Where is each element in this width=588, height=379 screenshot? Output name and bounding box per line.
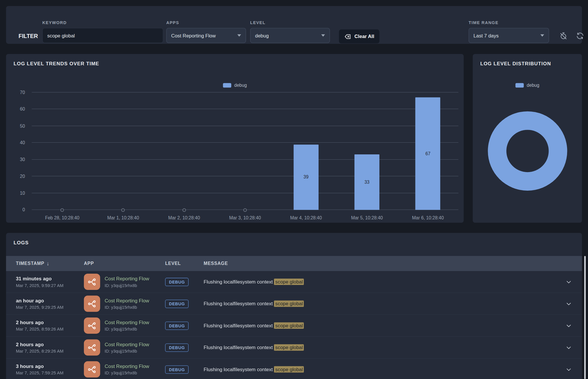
bar-value-label: 39 xyxy=(304,174,309,180)
trends-title: LOG LEVEL TRENDS OVER TIME xyxy=(14,61,99,66)
app-link[interactable]: Cost Reporting Flow xyxy=(105,320,149,326)
logs-table-header: TIMESTAMP ↓ APP LEVEL MESSAGE xyxy=(6,256,582,271)
level-badge: DEBUG xyxy=(165,322,189,330)
bar-slot: 67 xyxy=(397,93,458,210)
time-range-group: TIME RANGE Last 7 days xyxy=(469,20,549,43)
column-label: TIMESTAMP xyxy=(16,261,44,266)
legend-swatch xyxy=(223,83,231,88)
column-header-app[interactable]: APP xyxy=(84,261,165,266)
chevron-down-icon xyxy=(566,323,572,329)
level-badge: DEBUG xyxy=(165,278,189,286)
x-tick-label: Mar 6, 10:28:40 xyxy=(397,215,458,220)
refresh-button[interactable] xyxy=(575,31,585,41)
expand-row-button[interactable] xyxy=(555,323,582,329)
app-link[interactable]: Cost Reporting Flow xyxy=(105,276,149,282)
message-highlight: scope global xyxy=(274,366,304,373)
column-header-timestamp[interactable]: TIMESTAMP ↓ xyxy=(16,261,84,267)
time-range-select[interactable]: Last 7 days xyxy=(469,28,549,43)
column-header-message[interactable]: MESSAGE xyxy=(204,261,555,266)
x-tick-label: Mar 3, 10:28:40 xyxy=(215,215,276,220)
app-link[interactable]: Cost Reporting Flow xyxy=(105,342,149,347)
app-cell: Cost Reporting Flow ID: y3qujj15rhx8b xyxy=(84,339,165,355)
app-cell: Cost Reporting Flow ID: y3qujj15rhx8b xyxy=(84,317,165,334)
bar-slot xyxy=(154,93,215,210)
bar[interactable]: 39 xyxy=(293,145,318,210)
bar[interactable]: 33 xyxy=(354,155,379,210)
timestamp-cell: 2 hours ago Mar 7, 2025, 8:59:26 AM xyxy=(16,320,84,331)
time-range-select-value: Last 7 days xyxy=(474,33,499,39)
level-select-value: debug xyxy=(255,33,269,39)
absolute-time: Mar 7, 2025, 7:59:25 AM xyxy=(16,371,84,375)
logs-table-body: 31 minutes ago Mar 7, 2025, 9:59:27 AM C… xyxy=(6,271,582,379)
table-row[interactable]: an hour ago Mar 7, 2025, 9:29:25 AM Cost… xyxy=(6,293,582,315)
chevron-down-icon xyxy=(321,34,325,37)
expand-row-button[interactable] xyxy=(555,279,582,285)
column-label: LEVEL xyxy=(165,261,181,266)
message-highlight: scope global xyxy=(274,300,304,307)
distribution-legend[interactable]: debug xyxy=(473,83,582,88)
app-id: ID: y3qujj15rhx8b xyxy=(105,327,149,331)
timer-off-icon xyxy=(559,32,568,40)
timestamp-cell: 31 minutes ago Mar 7, 2025, 9:59:27 AM xyxy=(16,276,84,288)
app-info: Cost Reporting Flow ID: y3qujj15rhx8b xyxy=(105,320,149,331)
app-flow-icon xyxy=(84,274,100,290)
absolute-time: Mar 7, 2025, 8:59:26 AM xyxy=(16,327,84,331)
bar[interactable]: 67 xyxy=(415,98,440,210)
table-row[interactable]: 2 hours ago Mar 7, 2025, 8:59:26 AM Cost… xyxy=(6,315,582,337)
x-tick-label: Mar 4, 10:28:40 xyxy=(275,215,336,220)
message-text: Flushing localfilesystem context xyxy=(204,367,274,372)
expand-row-button[interactable] xyxy=(555,344,582,351)
app-flow-icon xyxy=(84,296,100,312)
absolute-time: Mar 7, 2025, 8:29:26 AM xyxy=(16,349,84,353)
keyword-label: KEYWORD xyxy=(42,20,163,25)
message-highlight: scope global xyxy=(274,344,304,351)
message-highlight: scope global xyxy=(274,322,304,329)
absolute-time: Mar 7, 2025, 9:59:27 AM xyxy=(16,283,84,288)
clear-all-button[interactable]: Clear All xyxy=(339,29,380,43)
apps-select[interactable]: Cost Reporting Flow xyxy=(166,28,246,43)
relative-time: 2 hours ago xyxy=(16,320,84,326)
column-header-level[interactable]: LEVEL xyxy=(165,261,204,266)
table-row[interactable]: 31 minutes ago Mar 7, 2025, 9:59:27 AM C… xyxy=(6,271,582,293)
app-info: Cost Reporting Flow ID: y3qujj15rhx8b xyxy=(105,364,149,375)
message-cell: Flushing localfilesystem context scope g… xyxy=(204,367,555,372)
apps-group: APPS Cost Reporting Flow xyxy=(166,20,246,43)
log-trends-card: LOG LEVEL TRENDS OVER TIME debug 0102030… xyxy=(6,54,464,223)
timestamp-cell: 3 hours ago Mar 7, 2025, 7:59:25 AM xyxy=(16,364,84,375)
chevron-down-icon xyxy=(566,366,572,372)
app-link[interactable]: Cost Reporting Flow xyxy=(105,298,149,304)
column-label: APP xyxy=(84,261,94,266)
apps-label: APPS xyxy=(166,20,246,25)
app-info: Cost Reporting Flow ID: y3qujj15rhx8b xyxy=(105,276,149,288)
app-info: Cost Reporting Flow ID: y3qujj15rhx8b xyxy=(105,342,149,353)
keyword-input[interactable] xyxy=(42,28,163,43)
trends-legend[interactable]: debug xyxy=(6,83,464,88)
app-flow-icon xyxy=(84,361,100,378)
app-id: ID: y3qujj15rhx8b xyxy=(105,283,149,288)
y-tick-label: 40 xyxy=(20,140,25,145)
message-text: Flushing localfilesystem context xyxy=(204,301,274,307)
app-link[interactable]: Cost Reporting Flow xyxy=(105,364,149,369)
table-row[interactable]: 3 hours ago Mar 7, 2025, 7:59:25 AM Cost… xyxy=(6,359,582,379)
expand-row-button[interactable] xyxy=(555,366,582,372)
bar-plot: 393367 xyxy=(32,93,458,210)
app-id: ID: y3qujj15rhx8b xyxy=(105,305,149,310)
level-select[interactable]: debug xyxy=(250,28,330,43)
timer-off-button[interactable] xyxy=(559,31,569,41)
expand-row-button[interactable] xyxy=(555,301,582,307)
message-cell: Flushing localfilesystem context scope g… xyxy=(204,301,555,307)
x-tick-label: Mar 2, 10:28:40 xyxy=(154,215,215,220)
absolute-time: Mar 7, 2025, 9:29:25 AM xyxy=(16,305,84,310)
message-cell: Flushing localfilesystem context scope g… xyxy=(204,323,555,329)
table-row[interactable]: 2 hours ago Mar 7, 2025, 8:29:26 AM Cost… xyxy=(6,337,582,358)
keyword-group: KEYWORD xyxy=(42,20,163,43)
donut-chart[interactable] xyxy=(488,111,567,191)
chevron-down-icon xyxy=(540,34,544,37)
sort-desc-icon: ↓ xyxy=(46,261,49,267)
level-cell: DEBUG xyxy=(165,322,204,330)
filter-bar: FILTER KEYWORD APPS Cost Reporting Flow … xyxy=(6,6,582,44)
relative-time: 3 hours ago xyxy=(16,364,84,369)
filter-label: FILTER xyxy=(19,33,38,39)
table-scrollbar[interactable] xyxy=(584,256,586,379)
plot-slots: 393367 xyxy=(32,93,458,210)
